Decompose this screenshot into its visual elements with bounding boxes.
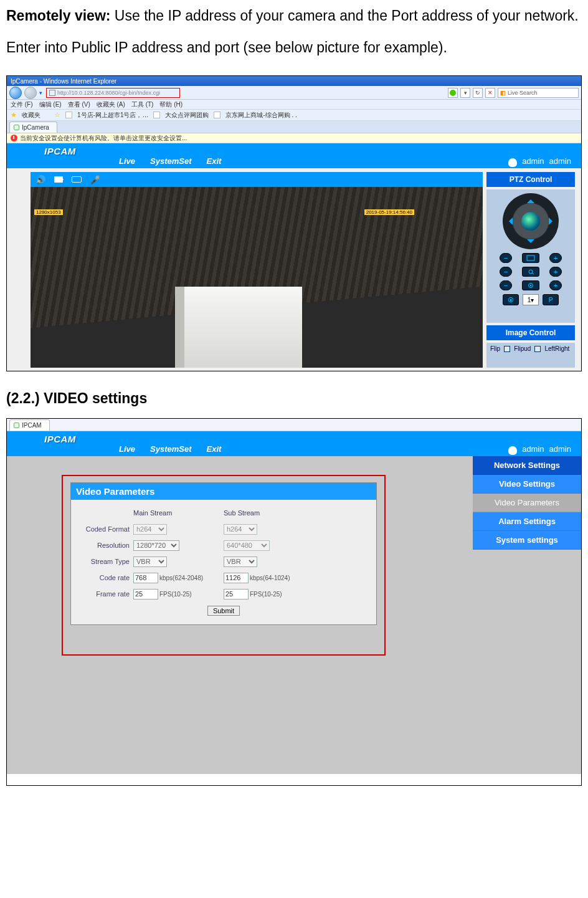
- focus-row: − +: [500, 267, 562, 277]
- video-parameters-highlight: Video Parameters Main Stream Coded Forma…: [62, 475, 386, 656]
- snapshot-icon[interactable]: [72, 176, 82, 183]
- ptz-up-button[interactable]: [527, 196, 534, 203]
- screenshot-live-view: IpCamera - Windows Internet Explorer ▾ h…: [6, 75, 582, 371]
- refresh-button[interactable]: ↻: [473, 88, 483, 98]
- preset-select[interactable]: 1 ▾: [523, 294, 539, 305]
- frame-rate-label: Frame rate: [80, 590, 133, 598]
- ipcam-navbar: IPCAM Live SystemSet Exit admin admin: [7, 431, 581, 456]
- submit-button[interactable]: Submit: [207, 606, 240, 616]
- focus-out-button[interactable]: −: [500, 267, 512, 277]
- nav-live[interactable]: Live: [119, 444, 135, 454]
- ie-security-warning[interactable]: 当前安全设置会使计算机有风险。请单击这里更改安全设置...: [7, 133, 581, 143]
- doc-paragraph-1: Remotely view: Use the IP address of you…: [6, 0, 582, 63]
- live-body: 🔊 🎤 1280x1053 2019-05-19:14:56:40 PTZ Co…: [7, 168, 581, 371]
- code-rate-label: Code rate: [80, 574, 133, 581]
- menu-tools[interactable]: 工具 (T): [131, 100, 154, 109]
- sub-framerate-unit: FPS(10-25): [250, 591, 282, 598]
- main-stream-header: Main Stream: [133, 509, 172, 517]
- fav-item-1[interactable]: 1号店-网上超市1号店，…: [77, 111, 148, 120]
- zoom-row: − +: [500, 253, 562, 263]
- favorites-star-icon[interactable]: ★: [11, 111, 17, 119]
- iris-out-button[interactable]: −: [500, 280, 512, 290]
- sidebar-network-settings[interactable]: Network Settings: [473, 456, 581, 475]
- sub-framerate-input[interactable]: [224, 589, 249, 599]
- tab-favicon: [14, 125, 19, 130]
- stop-button[interactable]: ✕: [485, 88, 495, 98]
- menu-help[interactable]: 帮助 (H): [159, 100, 183, 109]
- main-coderate-input[interactable]: [133, 573, 158, 583]
- fav-item-2[interactable]: 大众点评网团购: [165, 111, 209, 120]
- user-info: admin admin: [508, 156, 571, 166]
- preset-set-button[interactable]: P: [543, 294, 559, 305]
- menu-favorites[interactable]: 收藏夹 (A): [97, 100, 125, 109]
- sidebar-system-settings[interactable]: System settings: [473, 531, 581, 550]
- forward-button[interactable]: [24, 87, 37, 99]
- ptz-panel-header[interactable]: PTZ Control: [486, 172, 575, 187]
- page-icon: [49, 90, 55, 96]
- search-placeholder: Live Search: [508, 90, 538, 96]
- back-button[interactable]: [9, 87, 22, 99]
- iris-icon: [522, 280, 539, 290]
- favorites-label: 收藏夹: [22, 111, 40, 120]
- sidebar-video-settings[interactable]: Video Settings: [473, 475, 581, 494]
- sub-resolution-select[interactable]: 640*480: [224, 540, 270, 551]
- tab-ipcamera[interactable]: IpCamera: [9, 122, 57, 133]
- fav-add-icon[interactable]: ☆: [54, 111, 60, 119]
- record-icon[interactable]: [54, 176, 63, 183]
- image-control-body: Flip Flipud LeftRight: [486, 343, 575, 368]
- user-info: admin admin: [508, 444, 571, 454]
- zoom-out-button[interactable]: −: [500, 253, 512, 263]
- tab-favicon: [14, 423, 19, 428]
- sub-coded-select[interactable]: h264: [224, 524, 257, 535]
- video-parameters-title: Video Parameters: [71, 483, 376, 500]
- tab-label: IPCAM: [22, 422, 42, 429]
- flipud-checkbox[interactable]: [504, 346, 510, 352]
- ptz-left-button[interactable]: [505, 217, 513, 225]
- ipcam-brand: IPCAM: [44, 146, 76, 156]
- flip-label: Flip: [490, 345, 500, 352]
- ie-titlebar: IpCamera - Windows Internet Explorer: [7, 76, 581, 86]
- nav-dropdown-icon[interactable]: ▾: [39, 90, 42, 96]
- menu-file[interactable]: 文件 (F): [11, 100, 33, 109]
- iris-in-button[interactable]: +: [549, 280, 562, 290]
- main-coded-select[interactable]: h264: [133, 524, 167, 535]
- menu-view[interactable]: 查看 (V): [68, 100, 90, 109]
- main-framerate-input[interactable]: [133, 589, 158, 599]
- fav-page-icon: [65, 112, 72, 118]
- search-box[interactable]: ◧ Live Search: [498, 88, 579, 98]
- leftright-checkbox[interactable]: [534, 346, 541, 352]
- tab-ipcam[interactable]: IPCAM: [9, 419, 50, 431]
- ptz-down-button[interactable]: [527, 239, 534, 247]
- focus-in-button[interactable]: +: [549, 267, 562, 277]
- preset-call-button[interactable]: ⦿: [503, 294, 519, 305]
- image-control-header[interactable]: Image Control: [486, 325, 575, 340]
- search-provider-icon: ◧: [500, 90, 506, 96]
- main-resolution-select[interactable]: 1280*720: [133, 540, 179, 551]
- compat-button[interactable]: [448, 88, 458, 98]
- go-dropdown[interactable]: ▾: [460, 88, 470, 98]
- speaker-icon[interactable]: 🔊: [36, 175, 45, 184]
- preset-row: ⦿ 1 ▾ P: [500, 294, 562, 305]
- sidebar-video-parameters[interactable]: Video Parameters: [473, 494, 581, 512]
- fav-page-icon: [153, 112, 160, 118]
- user-role: admin: [549, 156, 571, 166]
- address-bar[interactable]: http://10.0.128.224:8080/cgi-bin/Index.c…: [46, 88, 180, 98]
- user-name: admin: [522, 156, 544, 166]
- svg-point-4: [530, 285, 531, 286]
- sub-coderate-input[interactable]: [224, 573, 249, 583]
- nav-live[interactable]: Live: [119, 156, 135, 166]
- zoom-in-button[interactable]: +: [549, 253, 562, 263]
- nav-exit[interactable]: Exit: [207, 156, 222, 166]
- fav-item-3[interactable]: 京东网上商城-综合网购 . .: [225, 111, 296, 120]
- menu-edit[interactable]: 编辑 (E): [39, 100, 62, 109]
- url-text: http://10.0.128.224:8080/cgi-bin/Index.c…: [57, 90, 160, 96]
- main-streamtype-select[interactable]: VBR: [133, 556, 167, 567]
- nav-systemset[interactable]: SystemSet: [150, 156, 191, 166]
- sub-streamtype-select[interactable]: VBR: [224, 556, 257, 567]
- ptz-right-button[interactable]: [549, 217, 556, 225]
- nav-exit[interactable]: Exit: [207, 444, 222, 454]
- sidebar-alarm-settings[interactable]: Alarm Settings: [473, 512, 581, 531]
- mic-icon[interactable]: 🎤: [90, 175, 100, 184]
- ptz-dial: [503, 193, 559, 249]
- nav-systemset[interactable]: SystemSet: [150, 444, 191, 454]
